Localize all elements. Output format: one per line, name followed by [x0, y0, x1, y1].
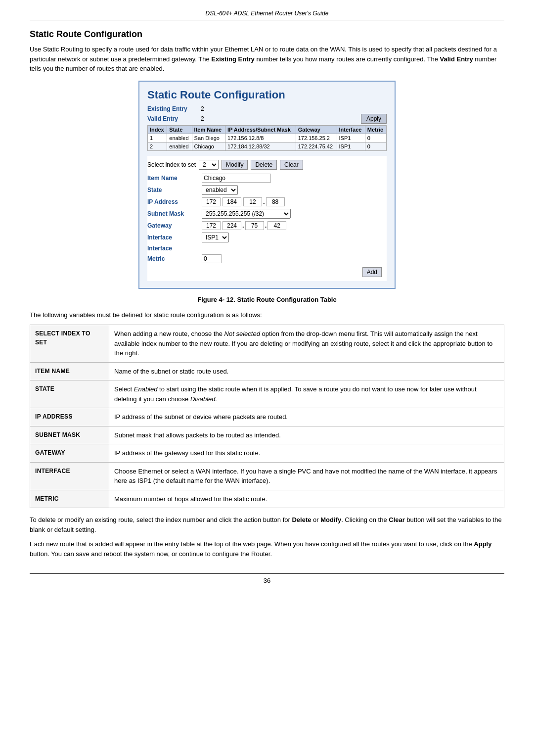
valid-entry-row: Valid Entry 2 Apply: [147, 114, 387, 124]
interface2-label: Interface: [147, 245, 202, 252]
variable-label: Metric: [30, 490, 109, 508]
figure-caption: Figure 4- 12. Static Route Configuration…: [30, 296, 504, 303]
variable-label: Item Name: [30, 362, 109, 380]
variable-row: Subnet MaskSubnet mask that allows packe…: [30, 426, 504, 444]
route-table: Index State Item Name IP Address/Subnet …: [147, 125, 387, 151]
page-number: 36: [30, 573, 504, 584]
variables-table: Select Index to SetWhen adding a new rou…: [30, 325, 504, 508]
state-label: State: [147, 187, 202, 193]
interface-dropdown[interactable]: ISP1 ISP2 LAN: [202, 233, 229, 242]
variable-label: Subnet Mask: [30, 426, 109, 444]
page-header: DSL-604+ ADSL Ethernet Router User's Gui…: [30, 10, 504, 20]
variable-row: IP AddressIP address of the subnet or de…: [30, 408, 504, 426]
footer-paragraph-2: Each new route that is added will appear…: [30, 539, 504, 559]
table-row: 2enabledChicago172.184.12.88/32172.224.7…: [148, 142, 387, 150]
delete-button[interactable]: Delete: [251, 160, 277, 170]
existing-entry-label: Existing Entry: [147, 105, 197, 112]
variable-label: State: [30, 380, 109, 408]
item-name-input[interactable]: [202, 174, 271, 183]
col-index: Index: [148, 125, 167, 134]
variable-description: Choose Ethernet or select a WAN interfac…: [109, 462, 504, 490]
ip-address-inputs: .: [202, 197, 285, 206]
metric-input[interactable]: [202, 254, 222, 263]
footer-paragraph-1: To delete or modify an existing route, s…: [30, 515, 504, 534]
select-index-row: Select index to set 2 1 Not selected Mod…: [147, 160, 387, 170]
metric-label: Metric: [147, 255, 202, 262]
col-interface: Interface: [337, 125, 365, 134]
item-name-label: Item Name: [147, 175, 202, 182]
existing-entry-value: 2: [201, 105, 204, 112]
interface-row: Interface ISP1 ISP2 LAN: [147, 233, 387, 242]
variable-row: Select Index to SetWhen adding a new rou…: [30, 325, 504, 363]
select-index-dropdown[interactable]: 2 1 Not selected: [199, 160, 219, 170]
intro-paragraph: Use Static Routing to specify a route us…: [30, 45, 504, 74]
variable-description: When adding a new route, choose the Not …: [109, 325, 504, 363]
gw-octet4[interactable]: [267, 221, 286, 230]
router-box-title: Static Route Configuration: [147, 89, 387, 101]
ip-address-row: IP Address .: [147, 197, 387, 206]
ip-octet4[interactable]: [266, 197, 285, 206]
variable-label: Gateway: [30, 444, 109, 463]
gateway-label: Gateway: [147, 222, 202, 229]
modify-button[interactable]: Modify: [222, 160, 248, 170]
ip-octet1[interactable]: [202, 197, 221, 206]
variable-description: IP address of the subnet or device where…: [109, 408, 504, 426]
variable-row: Item NameName of the subnet or static ro…: [30, 362, 504, 380]
metric-row: Metric: [147, 254, 387, 263]
route-form: Select index to set 2 1 Not selected Mod…: [147, 156, 387, 281]
ip-address-label: IP Address: [147, 198, 202, 205]
variable-row: InterfaceChoose Ethernet or select a WAN…: [30, 462, 504, 490]
state-dropdown[interactable]: enabled disabled: [202, 185, 238, 195]
gw-octet1[interactable]: [202, 221, 221, 230]
add-row: Add: [147, 267, 387, 277]
state-row: State enabled disabled: [147, 185, 387, 195]
header-title: DSL-604+ ADSL Ethernet Router User's Gui…: [206, 10, 329, 17]
ip-octet2[interactable]: [222, 197, 241, 206]
col-item-name: Item Name: [192, 125, 225, 134]
variable-description: IP address of the gateway used for this …: [109, 444, 504, 463]
clear-button[interactable]: Clear: [280, 160, 303, 170]
interface-label: Interface: [147, 234, 202, 241]
variable-description: Subnet mask that allows packets to be ro…: [109, 426, 504, 444]
variable-row: StateSelect Enabled to start using the s…: [30, 380, 504, 408]
variable-label: IP Address: [30, 408, 109, 426]
valid-entry-label: Valid Entry: [147, 115, 197, 122]
gateway-row: Gateway . .: [147, 221, 387, 230]
variable-label: Interface: [30, 462, 109, 490]
subnet-mask-dropdown[interactable]: 255.255.255.255 (/32) 255.255.255.0 (/24…: [202, 209, 291, 219]
interface2-row: Interface: [147, 245, 387, 252]
gw-octet3[interactable]: [245, 221, 264, 230]
existing-entry-row: Existing Entry 2: [147, 105, 387, 112]
variable-label: Select Index to Set: [30, 325, 109, 363]
col-ip: IP Address/Subnet Mask: [225, 125, 296, 134]
apply-button[interactable]: Apply: [361, 114, 387, 124]
item-name-row: Item Name: [147, 174, 387, 183]
col-gateway: Gateway: [296, 125, 337, 134]
var-intro: The following variables must be defined …: [30, 310, 504, 320]
variable-row: GatewayIP address of the gateway used fo…: [30, 444, 504, 463]
gw-octet2[interactable]: [222, 221, 241, 230]
variable-row: MetricMaximum number of hops allowed for…: [30, 490, 504, 508]
gateway-inputs: . .: [202, 221, 286, 230]
add-button[interactable]: Add: [362, 267, 382, 277]
section-title: Static Route Configuration: [30, 29, 504, 40]
select-index-label: Select index to set: [147, 161, 196, 168]
subnet-mask-label: Subnet Mask: [147, 210, 202, 217]
col-state: State: [167, 125, 192, 134]
variable-description: Name of the subnet or static route used.: [109, 362, 504, 380]
subnet-mask-row: Subnet Mask 255.255.255.255 (/32) 255.25…: [147, 209, 387, 219]
table-row: 1enabledSan Diego172.156.12.8/8172.156.2…: [148, 134, 387, 142]
col-metric: Metric: [365, 125, 386, 134]
router-config-box: Static Route Configuration Existing Entr…: [138, 81, 396, 289]
variable-description: Select Enabled to start using the static…: [109, 380, 504, 408]
variable-description: Maximum number of hops allowed for the s…: [109, 490, 504, 508]
ip-octet3[interactable]: [243, 197, 262, 206]
valid-entry-value: 2: [201, 115, 204, 122]
